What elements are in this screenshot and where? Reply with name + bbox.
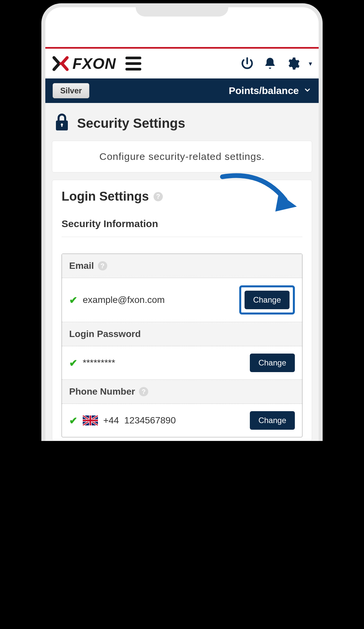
page-title: Security Settings bbox=[77, 116, 185, 131]
password-value: ********* bbox=[83, 358, 115, 368]
check-icon: ✔ bbox=[69, 294, 77, 306]
uk-flag-icon bbox=[83, 415, 98, 425]
change-phone-button[interactable]: Change bbox=[250, 411, 295, 430]
svg-rect-9 bbox=[83, 420, 98, 421]
points-label: Points/balance bbox=[229, 85, 299, 96]
help-icon[interactable]: ? bbox=[139, 387, 148, 396]
sub-heading: Security Information bbox=[62, 218, 302, 237]
svg-rect-3 bbox=[61, 124, 62, 127]
change-email-button[interactable]: Change bbox=[245, 291, 290, 309]
intro-text: Configure security-related settings. bbox=[99, 151, 265, 162]
chevron-down-icon[interactable]: ▾ bbox=[309, 60, 312, 68]
email-value-group: ✔ example@fxon.com bbox=[69, 294, 165, 306]
phone-notch bbox=[136, 3, 228, 17]
tier-badge[interactable]: Silver bbox=[53, 83, 89, 98]
phone-row-header: Phone Number ? bbox=[62, 380, 302, 404]
security-info-table: Email ? ✔ example@fxon.com Change Login … bbox=[62, 254, 302, 437]
app-header: FXON ▾ bbox=[45, 49, 319, 78]
change-password-button[interactable]: Change bbox=[250, 354, 295, 372]
brand-logo[interactable]: FXON bbox=[52, 55, 116, 73]
phone-label: Phone Number bbox=[69, 386, 135, 397]
phone-code: +44 bbox=[103, 415, 119, 426]
page-title-row: Security Settings bbox=[52, 109, 312, 141]
power-icon[interactable] bbox=[240, 56, 254, 71]
svg-point-0 bbox=[59, 62, 62, 65]
password-row-header: Login Password bbox=[62, 322, 302, 346]
email-label: Email bbox=[69, 261, 94, 271]
email-row-body: ✔ example@fxon.com Change bbox=[62, 278, 302, 322]
help-icon[interactable]: ? bbox=[154, 192, 163, 201]
lock-icon bbox=[54, 113, 70, 133]
section-title-row: Login Settings ? bbox=[62, 189, 302, 204]
login-settings-card: Login Settings ? Security Information Em… bbox=[52, 180, 312, 441]
logo-group: FXON bbox=[52, 55, 141, 73]
check-icon: ✔ bbox=[69, 357, 77, 369]
password-label: Login Password bbox=[69, 329, 141, 339]
phone-value-group: ✔ +44 bbox=[69, 415, 176, 426]
email-value: example@fxon.com bbox=[83, 295, 165, 305]
brand-mark-icon bbox=[52, 56, 69, 72]
header-actions: ▾ bbox=[240, 56, 312, 71]
chevron-down-icon bbox=[303, 85, 311, 96]
phone-number: 1234567890 bbox=[124, 415, 176, 426]
password-value-group: ✔ ********* bbox=[69, 357, 115, 369]
phone-frame: FXON ▾ bbox=[41, 3, 323, 441]
bell-icon[interactable] bbox=[263, 57, 277, 71]
highlight-box: Change bbox=[239, 285, 295, 314]
section-title: Login Settings bbox=[62, 189, 149, 204]
password-row-body: ✔ ********* Change bbox=[62, 346, 302, 380]
help-icon[interactable]: ? bbox=[98, 261, 107, 270]
menu-icon[interactable] bbox=[125, 57, 141, 71]
points-dropdown[interactable]: Points/balance bbox=[229, 85, 311, 96]
intro-card: Configure security-related settings. bbox=[52, 141, 312, 172]
status-bar: Silver Points/balance bbox=[45, 78, 319, 103]
page-content: Security Settings Configure security-rel… bbox=[45, 103, 319, 441]
check-icon: ✔ bbox=[69, 415, 77, 426]
phone-row-body: ✔ +44 bbox=[62, 404, 302, 437]
email-row-header: Email ? bbox=[62, 254, 302, 278]
brand-name: FXON bbox=[72, 55, 116, 73]
gear-icon[interactable] bbox=[286, 56, 300, 71]
